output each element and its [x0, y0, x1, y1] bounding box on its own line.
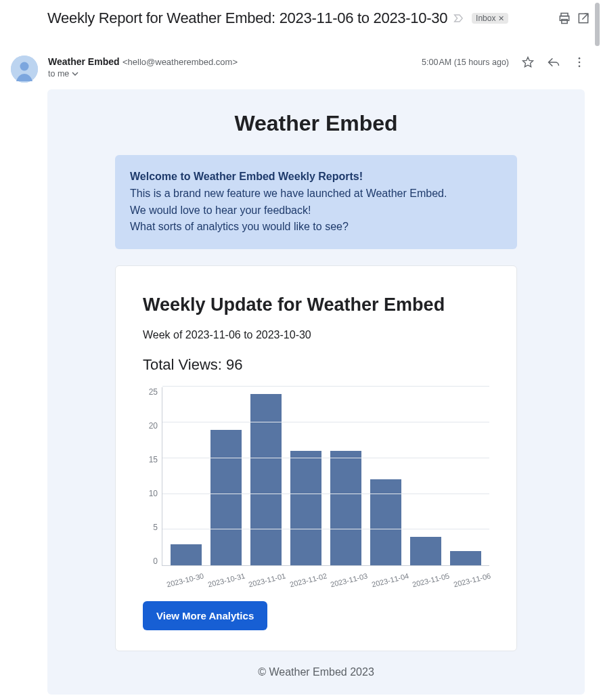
- chevron-down-icon: [72, 70, 79, 77]
- gridline: [162, 386, 489, 387]
- x-tick: 2023-11-03: [327, 566, 370, 589]
- open-in-new-window-icon[interactable]: [577, 12, 590, 25]
- bar-column: [445, 551, 485, 565]
- x-tick: 2023-11-05: [409, 566, 452, 589]
- y-tick: 10: [143, 489, 158, 498]
- x-tick: 2023-10-30: [163, 566, 206, 589]
- close-icon[interactable]: ✕: [498, 14, 504, 23]
- bar: [450, 551, 481, 565]
- scrollbar-thumb[interactable]: [595, 3, 600, 46]
- welcome-title: Welcome to Weather Embed Weekly Reports!: [130, 169, 502, 185]
- date-range: Week of 2023-11-06 to 2023-10-30: [143, 329, 489, 341]
- footer-text: © Weather Embed 2023: [47, 651, 585, 678]
- x-tick: 2023-11-04: [368, 566, 411, 589]
- y-tick: 20: [143, 421, 158, 431]
- bar-column: [365, 479, 405, 565]
- svg-point-5: [20, 62, 29, 71]
- bar: [290, 451, 321, 565]
- y-tick: 5: [143, 523, 158, 532]
- views-chart: 2520151050: [143, 387, 489, 566]
- total-views: Total Views: 96: [143, 356, 489, 374]
- bar: [370, 479, 401, 565]
- welcome-line2: We would love to hear your feedback!: [130, 202, 502, 219]
- y-tick: 0: [143, 556, 158, 566]
- welcome-line3: What sorts of analytics you would like t…: [130, 219, 502, 236]
- bar: [250, 394, 282, 565]
- importance-marker-icon[interactable]: [453, 12, 466, 25]
- recipient-text: to me: [48, 69, 69, 79]
- y-tick: 25: [143, 387, 158, 397]
- bar: [330, 451, 361, 565]
- svg-point-8: [579, 66, 581, 68]
- star-icon[interactable]: [521, 56, 535, 69]
- inbox-label-text: Inbox: [476, 14, 495, 23]
- sender-email: <hello@weatherembed.com>: [123, 57, 238, 67]
- bar: [210, 430, 242, 566]
- gridline: [162, 529, 489, 529]
- x-tick: 2023-11-01: [245, 566, 288, 589]
- view-more-analytics-button[interactable]: View More Analytics: [143, 601, 267, 630]
- bar: [171, 544, 202, 566]
- y-tick: 15: [143, 455, 158, 464]
- bar-column: [166, 544, 206, 566]
- welcome-box: Welcome to Weather Embed Weekly Reports!…: [115, 155, 517, 249]
- recipient-dropdown[interactable]: to me: [48, 69, 411, 79]
- gridline: [162, 422, 489, 422]
- x-tick: 2023-11-06: [449, 566, 493, 589]
- bar-column: [326, 451, 366, 565]
- timestamp: 5:00 AM (15 hours ago): [422, 58, 509, 67]
- x-tick: 2023-10-31: [204, 566, 247, 589]
- sender-name: Weather Embed: [48, 56, 120, 67]
- email-subject: Weekly Report for Weather Embed: 2023-11…: [47, 9, 447, 27]
- bar-column: [286, 451, 326, 565]
- email-body: Weather Embed Welcome to Weather Embed W…: [47, 89, 585, 695]
- x-tick: 2023-11-02: [286, 566, 329, 589]
- svg-rect-2: [562, 20, 567, 24]
- print-icon[interactable]: [558, 12, 571, 25]
- email-title: Weather Embed: [47, 108, 585, 155]
- gridline: [162, 494, 489, 494]
- svg-point-7: [579, 62, 581, 64]
- reply-icon[interactable]: [547, 56, 560, 69]
- more-options-icon[interactable]: [573, 56, 586, 69]
- bar: [410, 537, 441, 565]
- bar-column: [405, 537, 445, 565]
- gridline: [162, 458, 489, 458]
- report-card: Weekly Update for Weather Embed Week of …: [115, 265, 517, 651]
- card-heading: Weekly Update for Weather Embed: [143, 294, 489, 315]
- avatar[interactable]: [11, 56, 38, 83]
- inbox-label-chip[interactable]: Inbox ✕: [472, 13, 508, 24]
- svg-point-6: [579, 58, 581, 60]
- bar-column: [206, 430, 246, 566]
- bar-column: [246, 394, 286, 565]
- welcome-line1: This is a brand new feature we have laun…: [130, 185, 502, 202]
